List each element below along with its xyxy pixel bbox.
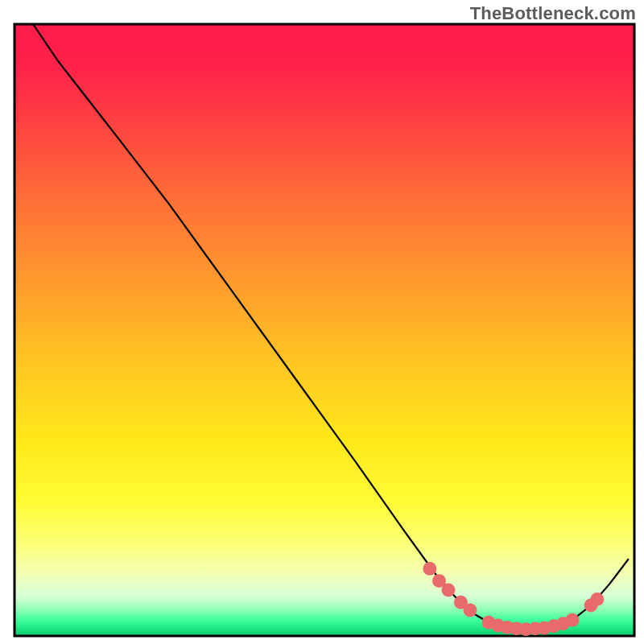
plot-background <box>14 24 634 636</box>
watermark-text: TheBottleneck.com <box>470 3 636 24</box>
data-marker <box>423 562 436 576</box>
data-marker <box>442 584 456 597</box>
data-marker <box>463 604 477 617</box>
bottleneck-chart <box>0 0 644 644</box>
data-marker <box>590 592 604 606</box>
chart-container: TheBottleneck.com <box>0 0 644 644</box>
data-marker <box>566 613 580 627</box>
